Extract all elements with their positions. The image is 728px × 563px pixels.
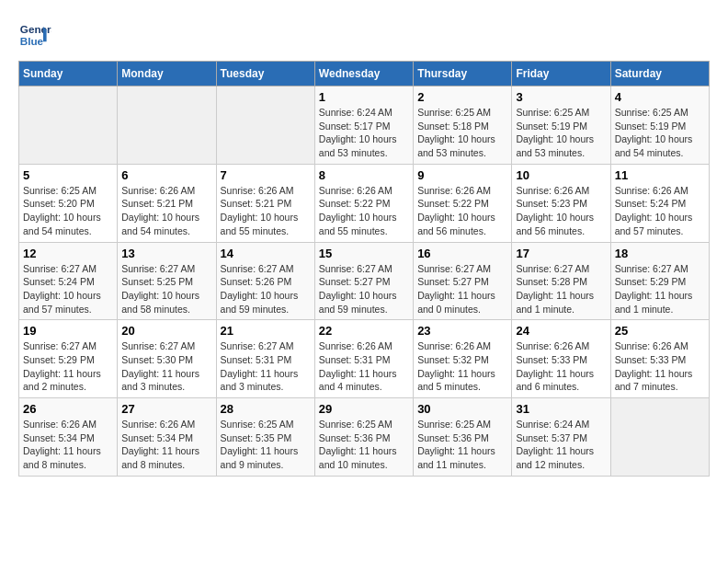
header-day-wednesday: Wednesday — [314, 62, 413, 86]
day-number: 18 — [615, 247, 705, 260]
calendar-cell: 29Sunrise: 6:25 AMSunset: 5:36 PMDayligh… — [314, 398, 413, 477]
calendar-cell: 30Sunrise: 6:25 AMSunset: 5:36 PMDayligh… — [414, 398, 512, 477]
day-number: 16 — [417, 247, 507, 260]
calendar-cell: 1Sunrise: 6:24 AMSunset: 5:17 PMDaylight… — [314, 86, 413, 165]
day-number: 28 — [221, 402, 311, 416]
calendar-cell — [610, 398, 709, 477]
day-info: Sunrise: 6:24 AMSunset: 5:37 PMDaylight:… — [516, 418, 606, 472]
day-info: Sunrise: 6:26 AMSunset: 5:34 PMDaylight:… — [121, 418, 211, 472]
calendar-cell: 26Sunrise: 6:26 AMSunset: 5:34 PMDayligh… — [19, 398, 118, 477]
calendar-cell — [216, 86, 314, 165]
day-info: Sunrise: 6:27 AMSunset: 5:24 PMDaylight:… — [23, 262, 113, 316]
calendar-cell: 25Sunrise: 6:26 AMSunset: 5:33 PMDayligh… — [610, 320, 709, 398]
calendar-cell: 27Sunrise: 6:26 AMSunset: 5:34 PMDayligh… — [118, 398, 216, 477]
day-number: 17 — [516, 247, 606, 260]
day-info: Sunrise: 6:25 AMSunset: 5:20 PMDaylight:… — [23, 184, 113, 238]
svg-text:General: General — [20, 23, 51, 35]
day-number: 22 — [319, 324, 409, 338]
day-number: 25 — [615, 324, 705, 338]
calendar-cell: 2Sunrise: 6:25 AMSunset: 5:18 PMDaylight… — [414, 86, 512, 165]
day-info: Sunrise: 6:26 AMSunset: 5:21 PMDaylight:… — [121, 184, 211, 238]
calendar-cell: 18Sunrise: 6:27 AMSunset: 5:29 PMDayligh… — [610, 242, 709, 320]
day-number: 21 — [221, 324, 311, 338]
calendar-cell: 22Sunrise: 6:26 AMSunset: 5:31 PMDayligh… — [314, 320, 413, 398]
day-info: Sunrise: 6:26 AMSunset: 5:32 PMDaylight:… — [417, 339, 507, 394]
calendar-cell: 12Sunrise: 6:27 AMSunset: 5:24 PMDayligh… — [19, 242, 118, 320]
header-day-friday: Friday — [512, 62, 610, 86]
calendar-week-row: 26Sunrise: 6:26 AMSunset: 5:34 PMDayligh… — [19, 398, 710, 477]
day-number: 1 — [319, 90, 409, 104]
day-number: 29 — [319, 402, 409, 416]
day-info: Sunrise: 6:27 AMSunset: 5:25 PMDaylight:… — [121, 262, 211, 316]
calendar-cell: 11Sunrise: 6:26 AMSunset: 5:24 PMDayligh… — [610, 164, 709, 242]
day-number: 31 — [516, 402, 606, 416]
calendar-week-row: 1Sunrise: 6:24 AMSunset: 5:17 PMDaylight… — [19, 86, 710, 165]
logo: General Blue — [18, 18, 51, 52]
day-info: Sunrise: 6:26 AMSunset: 5:22 PMDaylight:… — [417, 184, 507, 238]
calendar-cell: 23Sunrise: 6:26 AMSunset: 5:32 PMDayligh… — [414, 320, 512, 398]
day-number: 2 — [417, 90, 507, 104]
day-number: 23 — [417, 324, 507, 338]
day-number: 6 — [121, 168, 211, 182]
header-day-saturday: Saturday — [610, 62, 709, 86]
calendar-cell: 17Sunrise: 6:27 AMSunset: 5:28 PMDayligh… — [512, 242, 610, 320]
day-info: Sunrise: 6:26 AMSunset: 5:24 PMDaylight:… — [615, 184, 705, 238]
calendar-cell: 14Sunrise: 6:27 AMSunset: 5:26 PMDayligh… — [216, 242, 314, 320]
calendar-cell: 13Sunrise: 6:27 AMSunset: 5:25 PMDayligh… — [118, 242, 216, 320]
calendar-cell: 5Sunrise: 6:25 AMSunset: 5:20 PMDaylight… — [19, 164, 118, 242]
calendar-cell — [19, 86, 118, 165]
calendar-cell: 19Sunrise: 6:27 AMSunset: 5:29 PMDayligh… — [19, 320, 118, 398]
day-number: 26 — [23, 402, 113, 416]
day-info: Sunrise: 6:27 AMSunset: 5:30 PMDaylight:… — [121, 339, 211, 394]
day-info: Sunrise: 6:25 AMSunset: 5:36 PMDaylight:… — [417, 418, 507, 472]
header-day-monday: Monday — [118, 62, 216, 86]
day-info: Sunrise: 6:27 AMSunset: 5:27 PMDaylight:… — [319, 262, 409, 316]
day-info: Sunrise: 6:24 AMSunset: 5:17 PMDaylight:… — [319, 106, 409, 160]
day-info: Sunrise: 6:27 AMSunset: 5:31 PMDaylight:… — [221, 339, 311, 394]
logo-icon: General Blue — [18, 18, 51, 52]
day-info: Sunrise: 6:25 AMSunset: 5:35 PMDaylight:… — [221, 418, 311, 472]
calendar-cell: 10Sunrise: 6:26 AMSunset: 5:23 PMDayligh… — [512, 164, 610, 242]
calendar-cell: 7Sunrise: 6:26 AMSunset: 5:21 PMDaylight… — [216, 164, 314, 242]
calendar-cell: 20Sunrise: 6:27 AMSunset: 5:30 PMDayligh… — [118, 320, 216, 398]
day-number: 24 — [516, 324, 606, 338]
day-info: Sunrise: 6:26 AMSunset: 5:34 PMDaylight:… — [23, 418, 113, 472]
day-info: Sunrise: 6:25 AMSunset: 5:36 PMDaylight:… — [319, 418, 409, 472]
header-day-tuesday: Tuesday — [216, 62, 314, 86]
day-info: Sunrise: 6:25 AMSunset: 5:18 PMDaylight:… — [417, 106, 507, 160]
calendar-cell — [118, 86, 216, 165]
calendar-week-row: 19Sunrise: 6:27 AMSunset: 5:29 PMDayligh… — [19, 320, 710, 398]
day-info: Sunrise: 6:26 AMSunset: 5:33 PMDaylight:… — [615, 339, 705, 394]
calendar-cell: 15Sunrise: 6:27 AMSunset: 5:27 PMDayligh… — [314, 242, 413, 320]
day-number: 8 — [319, 168, 409, 182]
svg-text:Blue: Blue — [20, 35, 44, 47]
day-number: 4 — [615, 90, 705, 104]
calendar-cell: 28Sunrise: 6:25 AMSunset: 5:35 PMDayligh… — [216, 398, 314, 477]
day-number: 5 — [23, 168, 113, 182]
calendar-cell: 4Sunrise: 6:25 AMSunset: 5:19 PMDaylight… — [610, 86, 709, 165]
day-number: 11 — [615, 168, 705, 182]
day-info: Sunrise: 6:26 AMSunset: 5:22 PMDaylight:… — [319, 184, 409, 238]
day-info: Sunrise: 6:26 AMSunset: 5:23 PMDaylight:… — [516, 184, 606, 238]
day-info: Sunrise: 6:25 AMSunset: 5:19 PMDaylight:… — [516, 106, 606, 160]
header-day-sunday: Sunday — [19, 62, 118, 86]
day-number: 12 — [23, 247, 113, 260]
calendar-table: SundayMondayTuesdayWednesdayThursdayFrid… — [18, 61, 710, 477]
calendar-cell: 16Sunrise: 6:27 AMSunset: 5:27 PMDayligh… — [414, 242, 512, 320]
day-number: 20 — [121, 324, 211, 338]
calendar-cell: 24Sunrise: 6:26 AMSunset: 5:33 PMDayligh… — [512, 320, 610, 398]
calendar-cell: 6Sunrise: 6:26 AMSunset: 5:21 PMDaylight… — [118, 164, 216, 242]
header: General Blue — [18, 18, 710, 52]
day-number: 27 — [121, 402, 211, 416]
header-day-thursday: Thursday — [414, 62, 512, 86]
day-info: Sunrise: 6:26 AMSunset: 5:33 PMDaylight:… — [516, 339, 606, 394]
calendar-cell: 21Sunrise: 6:27 AMSunset: 5:31 PMDayligh… — [216, 320, 314, 398]
day-info: Sunrise: 6:26 AMSunset: 5:21 PMDaylight:… — [221, 184, 311, 238]
calendar-week-row: 5Sunrise: 6:25 AMSunset: 5:20 PMDaylight… — [19, 164, 710, 242]
day-info: Sunrise: 6:27 AMSunset: 5:28 PMDaylight:… — [516, 262, 606, 316]
day-info: Sunrise: 6:27 AMSunset: 5:26 PMDaylight:… — [221, 262, 311, 316]
day-info: Sunrise: 6:27 AMSunset: 5:27 PMDaylight:… — [417, 262, 507, 316]
day-number: 13 — [121, 247, 211, 260]
day-number: 19 — [23, 324, 113, 338]
calendar-cell: 9Sunrise: 6:26 AMSunset: 5:22 PMDaylight… — [414, 164, 512, 242]
